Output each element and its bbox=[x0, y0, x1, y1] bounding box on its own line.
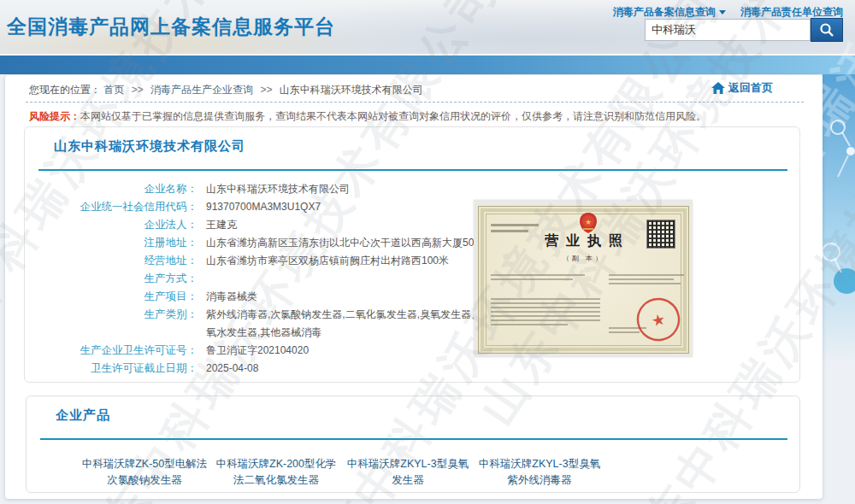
product-link-zkyl3-ozone[interactable]: 中科瑞沃牌ZKYL-3型臭氧发生器 bbox=[343, 456, 473, 489]
field-row-name: 企业名称：山东中科瑞沃环境技术有限公司 bbox=[25, 180, 504, 198]
field-row-production-category: 生产类别：紫外线消毒器,次氯酸钠发生器,二氧化氯发生器,臭氧发生器、臭氧水发生器… bbox=[25, 306, 504, 342]
main-content-card: 您现在的位置： 首页 >> 消毒产品生产企业查询 >> 山东中科瑞沃环境技术有限… bbox=[5, 75, 823, 499]
search-button[interactable] bbox=[811, 18, 843, 42]
license-scope-paragraph bbox=[491, 296, 600, 328]
license-left-fields bbox=[491, 272, 593, 283]
breadcrumb-separator: >> bbox=[132, 84, 144, 96]
field-row-registered-address: 注册地址：山东省潍坊高新区玉清东街以北中心次干道以西高新大厦502房间 bbox=[25, 234, 504, 252]
company-fields: 企业名称：山东中科瑞沃环境技术有限公司 企业统一社会信用代码：91370700M… bbox=[25, 180, 504, 378]
site-title: 全国消毒产品网上备案信息服务平台 bbox=[7, 14, 335, 40]
molecule-decoration-icon bbox=[823, 74, 855, 365]
qr-code bbox=[646, 220, 675, 249]
search-area bbox=[645, 18, 843, 42]
svg-text:★: ★ bbox=[650, 311, 667, 331]
nav-link-record-query[interactable]: 消毒产品备案信息查询 bbox=[613, 6, 726, 18]
page: 全国消毒产品网上备案信息服务平台 消毒产品备案信息查询 消毒产品责任单位查询 bbox=[0, 0, 855, 504]
products-title: 企业产品 bbox=[56, 407, 110, 424]
products-box: 企业产品 中科瑞沃牌ZK-50型电解法次氯酸钠发生器 中科瑞沃牌ZK-200型化… bbox=[26, 396, 800, 493]
business-license-image: ★ 营业执照 （副 本） bbox=[474, 200, 693, 357]
national-emblem-icon: ★ bbox=[579, 213, 598, 233]
products-underline bbox=[40, 438, 787, 440]
field-row-production-item: 生产项目：消毒器械类 bbox=[25, 288, 504, 306]
breadcrumb-home-link[interactable]: 首页 bbox=[103, 84, 124, 96]
field-row-credit-code: 企业统一社会信用代码：91370700MA3M3U1QX7 bbox=[25, 198, 504, 216]
license-code-lines bbox=[491, 220, 540, 236]
product-link-zkyl3-uv[interactable]: 中科瑞沃牌ZKYL-3型臭氧紫外线消毒器 bbox=[475, 456, 604, 489]
search-input[interactable] bbox=[645, 19, 811, 41]
breadcrumb-current: 山东中科瑞沃环境技术有限公司 bbox=[280, 84, 423, 96]
chevron-down-icon bbox=[719, 10, 726, 15]
breadcrumb-separator: >> bbox=[260, 84, 272, 96]
risk-notice-label: 风险提示： bbox=[29, 110, 80, 122]
license-subtitle: （副 本） bbox=[479, 254, 688, 263]
license-right-fields bbox=[609, 272, 687, 287]
license-paper: ★ 营业执照 （副 本） bbox=[478, 206, 689, 354]
field-row-legal-person: 企业法人：王建克 bbox=[25, 216, 504, 234]
svg-text:★: ★ bbox=[585, 218, 592, 226]
right-decoration-strip bbox=[823, 74, 855, 365]
field-row-production-mode: 生产方式： bbox=[25, 270, 504, 288]
field-row-business-address: 经营地址：山东省潍坊市寒亭区双杨店镇前阙庄村出村路西100米 bbox=[25, 252, 504, 270]
header-divider-bar bbox=[0, 56, 855, 74]
products-row: 中科瑞沃牌ZK-50型电解法次氯酸钠发生器 中科瑞沃牌ZK-200型化学法二氧化… bbox=[80, 456, 606, 489]
back-home-label: 返回首页 bbox=[728, 80, 773, 96]
field-row-hygiene-license-no: 生产企业卫生许可证号：鲁卫消证字202104020 bbox=[25, 342, 504, 360]
risk-notice-text: 本网站仅基于已掌握的信息提供查询服务，查询结果不代表本网站对被查询对象信用状况的… bbox=[80, 110, 706, 122]
risk-notice: 风险提示：本网站仅基于已掌握的信息提供查询服务，查询结果不代表本网站对被查询对象… bbox=[29, 109, 706, 124]
home-icon bbox=[711, 82, 725, 94]
field-row-license-expiry: 卫生许可证截止日期：2025-04-08 bbox=[25, 360, 504, 378]
breadcrumb: 您现在的位置： 首页 >> 消毒产品生产企业查询 >> 山东中科瑞沃环境技术有限… bbox=[29, 83, 423, 97]
product-link-zk50[interactable]: 中科瑞沃牌ZK-50型电解法次氯酸钠发生器 bbox=[80, 456, 209, 489]
official-seal-icon: ★ bbox=[631, 292, 686, 347]
product-link-zk200[interactable]: 中科瑞沃牌ZK-200型化学法二氧化氯发生器 bbox=[211, 456, 341, 489]
dashed-divider bbox=[26, 102, 804, 103]
search-icon bbox=[819, 22, 834, 38]
breadcrumb-label: 您现在的位置： bbox=[29, 84, 101, 96]
nav-link-responsible-unit-query[interactable]: 消毒产品责任单位查询 bbox=[740, 6, 843, 18]
title-underline bbox=[38, 169, 787, 171]
breadcrumb-company-query-link[interactable]: 消毒产品生产企业查询 bbox=[150, 84, 253, 96]
back-home-link[interactable]: 返回首页 bbox=[711, 80, 773, 96]
company-info-box: 山东中科瑞沃环境技术有限公司 企业名称：山东中科瑞沃环境技术有限公司 企业统一社… bbox=[24, 126, 800, 383]
company-title: 山东中科瑞沃环境技术有限公司 bbox=[54, 138, 245, 155]
